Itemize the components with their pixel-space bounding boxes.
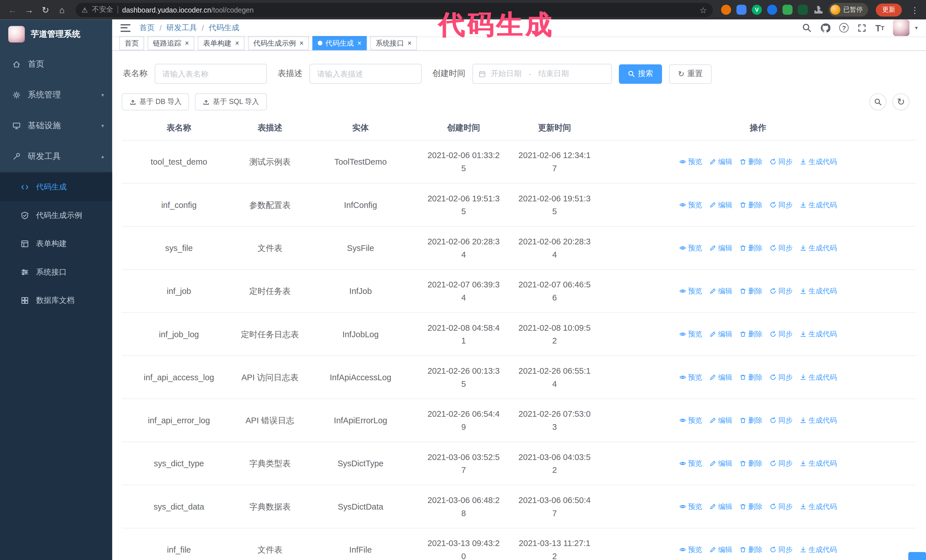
tab-2[interactable]: 链路追踪× [148, 36, 194, 50]
close-icon[interactable]: × [407, 39, 412, 47]
extension-icon-6[interactable] [798, 5, 808, 15]
action-sync[interactable]: 同步 [770, 327, 793, 340]
github-icon[interactable] [820, 23, 830, 33]
sidebar-item-2[interactable]: 系统管理▾ [0, 80, 112, 110]
profile-chip[interactable]: 已暂停 [829, 3, 868, 17]
close-icon[interactable]: × [300, 39, 304, 47]
action-generate-code[interactable]: 生成代码 [799, 500, 837, 513]
action-edit[interactable]: 编辑 [709, 241, 732, 254]
action-sync[interactable]: 同步 [770, 543, 793, 556]
table-desc-input[interactable] [309, 64, 422, 84]
extension-icon-5[interactable] [782, 5, 792, 15]
browser-update-button[interactable]: 更新 [876, 3, 902, 16]
action-generate-code[interactable]: 生成代码 [799, 543, 837, 556]
action-edit[interactable]: 编辑 [709, 284, 732, 297]
browser-menu-icon[interactable]: ⋮ [911, 5, 919, 15]
action-sync[interactable]: 同步 [770, 198, 793, 211]
action-edit[interactable]: 编辑 [709, 155, 732, 168]
reload-icon[interactable]: ↻ [38, 2, 53, 17]
help-icon[interactable]: ? [840, 23, 849, 32]
tab-3[interactable]: 表单构建× [198, 36, 244, 50]
extension-icon-1[interactable] [721, 5, 731, 15]
search-icon[interactable] [802, 23, 811, 32]
action-edit[interactable]: 编辑 [709, 198, 732, 211]
action-sync[interactable]: 同步 [770, 155, 793, 168]
close-icon[interactable]: × [235, 39, 239, 47]
forward-icon[interactable]: → [21, 2, 37, 17]
create-time-range-picker[interactable]: 开始日期 - 结束日期 [472, 64, 612, 84]
breadcrumb-item-1[interactable]: 首页 [139, 23, 155, 33]
user-avatar[interactable] [893, 20, 910, 36]
action-preview[interactable]: 预览 [679, 414, 702, 427]
action-sync[interactable]: 同步 [770, 371, 793, 384]
bookmark-star-icon[interactable]: ☆ [699, 5, 707, 15]
action-generate-code[interactable]: 生成代码 [799, 198, 837, 211]
refresh-table-button[interactable]: ↻ [893, 93, 909, 110]
address-bar[interactable]: ⚠ 不安全 dashboard.yudao.iocoder.cn/tool/co… [76, 3, 713, 17]
action-preview[interactable]: 预览 [679, 241, 702, 254]
action-edit[interactable]: 编辑 [709, 457, 732, 470]
action-preview[interactable]: 预览 [679, 500, 702, 513]
action-edit[interactable]: 编辑 [709, 500, 732, 513]
action-sync[interactable]: 同步 [770, 414, 793, 427]
extension-icon-3[interactable]: V [752, 5, 762, 15]
sidebar-subitem-5[interactable]: 数据库文档 [0, 286, 112, 314]
action-edit[interactable]: 编辑 [709, 327, 732, 340]
action-delete[interactable]: 删除 [739, 500, 763, 513]
sidebar-subitem-1[interactable]: 代码生成 [0, 173, 112, 201]
action-delete[interactable]: 删除 [739, 155, 763, 168]
action-generate-code[interactable]: 生成代码 [799, 457, 837, 470]
backtop-button[interactable] [908, 552, 926, 560]
back-icon[interactable]: ← [5, 2, 20, 17]
logo[interactable]: 芋道管理系统 [0, 20, 112, 49]
sidebar-subitem-2[interactable]: 代码生成示例 [0, 201, 112, 229]
fullscreen-icon[interactable] [858, 23, 867, 32]
action-delete[interactable]: 删除 [739, 327, 763, 340]
security-warning-icon[interactable]: ⚠ [82, 6, 88, 14]
action-delete[interactable]: 删除 [739, 241, 763, 254]
action-preview[interactable]: 预览 [679, 457, 702, 470]
search-button[interactable]: 搜索 [619, 64, 662, 83]
action-delete[interactable]: 删除 [739, 414, 763, 427]
tab-5[interactable]: 代码生成× [313, 36, 367, 50]
action-edit[interactable]: 编辑 [709, 543, 732, 556]
action-edit[interactable]: 编辑 [709, 371, 732, 384]
reset-button[interactable]: ↻ 重置 [669, 64, 711, 83]
action-generate-code[interactable]: 生成代码 [799, 414, 837, 427]
chevron-down-icon[interactable]: ▾ [915, 25, 918, 31]
action-sync[interactable]: 同步 [770, 500, 793, 513]
action-delete[interactable]: 删除 [739, 198, 763, 211]
sidebar-item-3[interactable]: 基础设施▾ [0, 110, 112, 141]
action-generate-code[interactable]: 生成代码 [799, 371, 837, 384]
breadcrumb-item-3[interactable]: 代码生成 [209, 23, 239, 33]
close-icon[interactable]: × [185, 39, 189, 47]
sidebar-subitem-4[interactable]: 系统接口 [0, 258, 112, 286]
action-edit[interactable]: 编辑 [709, 414, 732, 427]
action-generate-code[interactable]: 生成代码 [799, 241, 837, 254]
sidebar-item-4[interactable]: 研发工具▴ [0, 141, 112, 172]
action-generate-code[interactable]: 生成代码 [799, 284, 837, 297]
import-sql-button[interactable]: 基于 SQL 导入 [195, 93, 267, 110]
action-sync[interactable]: 同步 [770, 241, 793, 254]
action-generate-code[interactable]: 生成代码 [799, 327, 837, 340]
sidebar-toggle-icon[interactable] [121, 24, 130, 32]
action-delete[interactable]: 删除 [739, 457, 763, 470]
sidebar-subitem-3[interactable]: 表单构建 [0, 229, 112, 258]
breadcrumb-item-2[interactable]: 研发工具 [166, 23, 197, 33]
action-preview[interactable]: 预览 [679, 371, 702, 384]
tab-4[interactable]: 代码生成示例× [248, 36, 309, 50]
action-delete[interactable]: 删除 [739, 543, 763, 556]
extensions-puzzle-icon[interactable] [813, 5, 823, 15]
font-size-icon[interactable]: TT [875, 23, 884, 33]
action-generate-code[interactable]: 生成代码 [799, 155, 837, 168]
extension-icon-2[interactable] [737, 5, 746, 15]
close-icon[interactable]: × [357, 39, 362, 47]
sidebar-item-1[interactable]: 首页 [0, 49, 112, 80]
action-sync[interactable]: 同步 [770, 457, 793, 470]
table-name-input[interactable] [155, 64, 267, 84]
action-preview[interactable]: 预览 [679, 543, 702, 556]
action-preview[interactable]: 预览 [679, 198, 702, 211]
action-preview[interactable]: 预览 [679, 284, 702, 297]
tab-6[interactable]: 系统接口× [371, 36, 417, 50]
action-delete[interactable]: 删除 [739, 371, 763, 384]
